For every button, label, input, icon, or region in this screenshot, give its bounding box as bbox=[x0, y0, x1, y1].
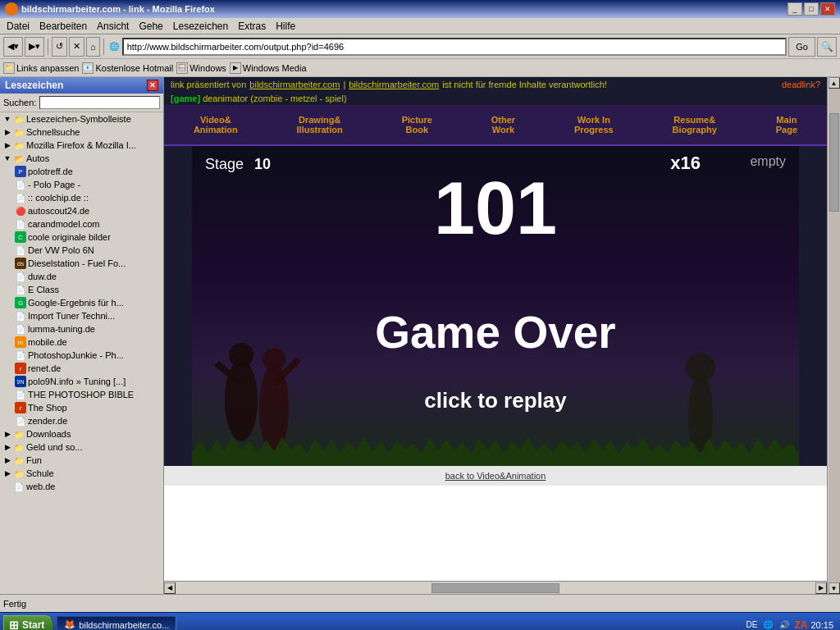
home-icon: ⌂ bbox=[90, 42, 96, 52]
menu-hilfe[interactable]: Hilfe bbox=[271, 19, 300, 34]
maximize-button[interactable]: □ bbox=[804, 2, 819, 16]
tree-item-coolchip[interactable]: 📄 :: coolchip.de :: bbox=[0, 191, 163, 204]
banner-site1-link[interactable]: bildschirmarbeiter.com bbox=[249, 80, 340, 89]
tree-item-polotreff[interactable]: P polotreff.de bbox=[0, 165, 163, 178]
tree-item-coole[interactable]: C coole originale bilder bbox=[0, 231, 163, 244]
menu-bearbeiten[interactable]: Bearbeiten bbox=[34, 19, 92, 34]
tree-item-photoshop[interactable]: 📄 PhotoshopJunkie - Ph... bbox=[0, 349, 163, 362]
stop-button[interactable]: ✕ bbox=[69, 37, 84, 57]
taskbar-item-label: bildschirmarbeiter.co... bbox=[79, 620, 169, 630]
tree-item-carandmodel[interactable]: 📄 carandmodel.com bbox=[0, 217, 163, 231]
bookmark-links-anpassen[interactable]: 📁 Links anpassen bbox=[3, 62, 79, 74]
tree-item-eclass[interactable]: 📄 E Class bbox=[0, 283, 163, 296]
go-button[interactable]: Go bbox=[788, 37, 815, 57]
bookmark-windows[interactable]: 🪟 Windows bbox=[176, 62, 226, 74]
page-wrapper: link präsentiert von bildschirmarbeiter.… bbox=[164, 77, 827, 581]
tree-item-google[interactable]: G Google-Ergebnis für h... bbox=[0, 296, 163, 309]
reload-icon: ↺ bbox=[56, 41, 63, 52]
tree-item-polo-page[interactable]: 📄 - Polo Page - bbox=[0, 178, 163, 191]
scroll-left-button[interactable]: ◀ bbox=[164, 582, 176, 594]
tree-item-schnellsuche[interactable]: ▶ 📁 Schnellsuche bbox=[0, 126, 163, 139]
tree-item-autos[interactable]: ▼ 📂 Autos bbox=[0, 152, 163, 165]
clock: 20:15 bbox=[810, 620, 833, 630]
close-button[interactable]: ✕ bbox=[820, 2, 835, 16]
tree-item-import-tuner[interactable]: 📄 Import Tuner Techni... bbox=[0, 309, 163, 322]
game-canvas[interactable]: Stage 10 x16 empty 101 Game Over click t… bbox=[192, 146, 799, 466]
tree-item-duw[interactable]: 📄 duw.de bbox=[0, 270, 163, 283]
scroll-right-button[interactable]: ▶ bbox=[815, 582, 827, 594]
nav-video[interactable]: Video&Animation bbox=[187, 112, 244, 138]
search-input[interactable] bbox=[39, 96, 160, 109]
url-input[interactable] bbox=[122, 38, 788, 56]
game-tag: [game] bbox=[171, 94, 200, 103]
toolbar-separator2 bbox=[103, 39, 104, 55]
status-bar: Fertig bbox=[0, 594, 840, 612]
search-icon[interactable]: 🔍 bbox=[817, 37, 837, 57]
favicon-icon: 9N bbox=[15, 376, 26, 387]
nav-wip[interactable]: Work InProgress bbox=[568, 112, 620, 138]
folder-icon: 📁 bbox=[13, 441, 25, 453]
back-link-anchor[interactable]: back to Video&Animation bbox=[445, 471, 546, 481]
tree-label: polo9N.info » Tuning [...] bbox=[28, 377, 126, 386]
minimize-button[interactable]: _ bbox=[788, 2, 802, 16]
tree-item-schule[interactable]: ▶ 📁 Schule bbox=[0, 467, 163, 480]
favicon-icon: 📄 bbox=[15, 284, 26, 295]
tree-label: Fun bbox=[26, 455, 42, 465]
folder-icon: 📁 bbox=[13, 468, 25, 479]
scroll-track[interactable] bbox=[176, 582, 815, 594]
stage-num: 10 bbox=[254, 156, 271, 172]
tree-item-symbolleiste[interactable]: ▼ 📁 Lesezeichen-Symbolleiste bbox=[0, 112, 163, 126]
menu-gehe[interactable]: Gehe bbox=[134, 19, 167, 34]
sidebar-close-button[interactable]: ✕ bbox=[147, 80, 158, 91]
reload-button[interactable]: ↺ bbox=[52, 37, 67, 57]
url-icon: 🌐 bbox=[107, 42, 121, 51]
tree-item-renet[interactable]: r renet.de bbox=[0, 362, 163, 375]
v-scroll-thumb[interactable] bbox=[829, 113, 839, 212]
nav-picture[interactable]: PictureBook bbox=[395, 112, 439, 138]
tree-item-the-shop[interactable]: r The Shop bbox=[0, 401, 163, 414]
menu-ansicht[interactable]: Ansicht bbox=[92, 19, 134, 34]
v-scroll-track[interactable] bbox=[829, 89, 840, 582]
tree-label: The Shop bbox=[28, 403, 67, 413]
tree-item-autoscout[interactable]: 🔴 autoscout24.de bbox=[0, 204, 163, 217]
start-button[interactable]: ⊞ Start bbox=[3, 615, 53, 631]
top-banner: link präsentiert von bildschirmarbeiter.… bbox=[164, 77, 827, 92]
tree-item-downloads[interactable]: ▶ 📁 Downloads bbox=[0, 427, 163, 441]
scroll-up-button[interactable]: ▲ bbox=[829, 77, 840, 89]
tree-item-mobile[interactable]: m mobile.de bbox=[0, 336, 163, 349]
favicon-icon: G bbox=[15, 297, 26, 308]
tree-item-vwpolo[interactable]: 📄 Der VW Polo 6N bbox=[0, 244, 163, 257]
forward-button[interactable]: ▶▾ bbox=[25, 37, 44, 57]
replay-text[interactable]: click to replay bbox=[424, 388, 566, 413]
tree-item-fun[interactable]: ▶ 📁 Fun bbox=[0, 454, 163, 467]
bookmark-hotmail[interactable]: 📧 Kostenlose Hotmail bbox=[82, 62, 173, 74]
sidebar-header: Lesezeichen ✕ bbox=[0, 77, 163, 94]
nav-main[interactable]: MainPage bbox=[769, 112, 804, 138]
scroll-thumb[interactable] bbox=[431, 583, 559, 593]
home-button[interactable]: ⌂ bbox=[86, 37, 100, 57]
bookmark-windows-media[interactable]: ▶ Windows Media bbox=[230, 62, 307, 74]
tree-item-geld[interactable]: ▶ 📁 Geld und so... bbox=[0, 441, 163, 454]
banner-site2-link[interactable]: bildschirmarbeiter.com bbox=[349, 80, 439, 89]
nav-drawing[interactable]: Drawing&Illustration bbox=[290, 112, 349, 138]
tree-label: Dieselstation - Fuel Fo... bbox=[28, 258, 126, 268]
scroll-down-button[interactable]: ▼ bbox=[829, 582, 840, 594]
toolbar: ◀▾ ▶▾ ↺ ✕ ⌂ 🌐 Go 🔍 bbox=[0, 34, 840, 59]
nav-resume[interactable]: Resume&Biography bbox=[666, 112, 724, 138]
svg-point-7 bbox=[686, 353, 715, 382]
tree-item-polo9n[interactable]: 9N polo9N.info » Tuning [...] bbox=[0, 375, 163, 388]
tree-item-photoshop-bible[interactable]: 📄 THE PHOTOSHOP BIBLE bbox=[0, 388, 163, 401]
nav-other[interactable]: OtherWork bbox=[485, 112, 522, 138]
tree-item-lumma[interactable]: 📄 lumma-tuning.de bbox=[0, 322, 163, 336]
tree-item-webde[interactable]: 📄 web.de bbox=[0, 480, 163, 493]
menu-extras[interactable]: Extras bbox=[233, 19, 271, 34]
game-area[interactable]: Stage 10 x16 empty 101 Game Over click t… bbox=[164, 146, 827, 486]
tree-item-dieselstation[interactable]: ds Dieselstation - Fuel Fo... bbox=[0, 257, 163, 270]
back-button[interactable]: ◀▾ bbox=[3, 37, 23, 57]
menu-datei[interactable]: Datei bbox=[2, 19, 34, 34]
menu-lesezeichen[interactable]: Lesezeichen bbox=[168, 19, 233, 34]
tree-item-zender[interactable]: 📄 zender.de bbox=[0, 414, 163, 427]
taskbar-item-firefox[interactable]: 🦊 bildschirmarbeiter.co... bbox=[57, 616, 176, 631]
tree-item-mozilla[interactable]: ▶ 📁 Mozilla Firefox & Mozilla I... bbox=[0, 139, 163, 152]
site-nav: Video&Animation Drawing&Illustration Pic… bbox=[164, 105, 827, 146]
